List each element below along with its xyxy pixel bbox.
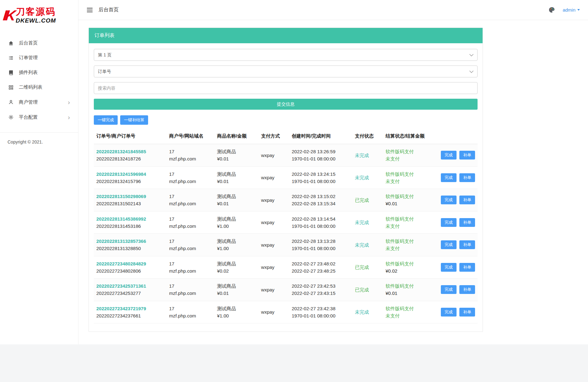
page-select[interactable]: 第 1 页 xyxy=(94,49,478,61)
supplement-button[interactable]: 补单 xyxy=(459,240,475,249)
product-cell: 测试商品 ¥0.01 xyxy=(215,279,259,301)
page-title: 后台首页 xyxy=(99,7,119,13)
bulk-settle-button[interactable]: 一键补结算 xyxy=(120,115,148,125)
row-actions-cell: 完成 补单 xyxy=(437,166,478,189)
pay-status: 已完成 xyxy=(355,287,369,292)
complete-button[interactable]: 完成 xyxy=(441,263,457,272)
complete-button[interactable]: 完成 xyxy=(441,218,457,227)
site-domain: mzf.php.com xyxy=(169,178,212,185)
completed-time: 1970-01-01 08:00:00 xyxy=(292,222,350,230)
settle-method: 软件版码支付 xyxy=(386,193,434,200)
table-row: 2022022813241845585 20220228132418726 17… xyxy=(94,144,478,167)
copyright-text: Copyright © 2021. xyxy=(0,133,78,151)
book-icon xyxy=(8,70,14,76)
product-amount: ¥1.00 xyxy=(217,222,256,230)
complete-button[interactable]: 完成 xyxy=(441,285,457,294)
complete-button[interactable]: 完成 xyxy=(441,308,457,317)
completed-time: 2022-02-28 13:15:34 xyxy=(292,200,350,207)
column-header: 支付状态 xyxy=(352,128,383,144)
chevron-right-icon: › xyxy=(68,99,70,105)
field-select-wrap: 订单号 xyxy=(94,65,478,77)
submit-button[interactable]: 提交信息 xyxy=(94,99,478,110)
theme-palette-icon[interactable] xyxy=(548,7,555,13)
settle-amount: ¥0.01 xyxy=(386,200,434,207)
pay-status-cell: 未完成 xyxy=(352,234,383,256)
bulk-complete-button[interactable]: 一键完成 xyxy=(94,115,118,125)
merchant-order-number: 20220227234237661 xyxy=(96,312,164,319)
settle-amount: ¥0.01 xyxy=(386,290,434,297)
merchant-icon xyxy=(8,99,14,105)
merchant-order-number: 20220228131502143 xyxy=(96,200,164,207)
complete-button[interactable]: 完成 xyxy=(441,151,457,160)
sidebar-item-qrcodes[interactable]: 二维码列表 xyxy=(0,80,78,95)
pay-method: wxpay xyxy=(259,234,289,256)
pay-status-cell: 未完成 xyxy=(352,166,383,189)
table-row: 2022022723425371361 20220227234253277 17… xyxy=(94,279,478,301)
order-number-link[interactable]: 2022022813145386992 xyxy=(96,215,146,222)
sidebar-item-orders[interactable]: 订单管理 xyxy=(0,50,78,65)
supplement-button[interactable]: 补单 xyxy=(459,196,475,204)
complete-button[interactable]: 完成 xyxy=(441,196,457,204)
supplement-button[interactable]: 补单 xyxy=(459,263,475,272)
sidebar-item-merchants[interactable]: 商户管理› xyxy=(0,95,78,110)
search-row xyxy=(94,82,478,94)
pay-status-cell: 未完成 xyxy=(352,144,383,167)
sidebar-item-plugins[interactable]: 插件列表 xyxy=(0,65,78,80)
pay-status-cell: 未完成 xyxy=(352,301,383,323)
sidebar: IK 刀客源码 DKEWL.COM 后台首页订单管理插件列表二维码列表商户管理›… xyxy=(0,0,78,344)
search-input[interactable] xyxy=(94,82,478,94)
user-menu[interactable]: admin xyxy=(563,7,580,13)
logo[interactable]: IK 刀客源码 DKEWL.COM xyxy=(0,0,78,31)
product-amount: ¥0.02 xyxy=(217,267,256,275)
complete-button[interactable]: 完成 xyxy=(441,173,457,182)
order-number-cell: 2022022813241596984 20220228132415796 xyxy=(94,166,167,189)
settle-cell: 软件版码支付 ¥0.01 xyxy=(383,279,437,301)
settle-amount: 未支付 xyxy=(386,245,434,252)
order-number-link[interactable]: 2022022723480284829 xyxy=(96,260,146,267)
settle-cell: 软件版码支付 ¥0.02 xyxy=(383,256,437,279)
completed-time: 2022-02-27 23:48:25 xyxy=(292,267,350,275)
site-domain: mzf.php.com xyxy=(169,222,212,230)
merchant-id: 17 xyxy=(169,305,212,312)
complete-button[interactable]: 完成 xyxy=(441,240,457,249)
supplement-button[interactable]: 补单 xyxy=(459,173,475,182)
settle-method: 软件版码支付 xyxy=(386,148,434,155)
hamburger-menu-icon[interactable] xyxy=(87,8,93,13)
settle-cell: 软件版码支付 未支付 xyxy=(383,234,437,256)
row-actions-cell: 完成 补单 xyxy=(437,279,478,301)
completed-time: 1970-01-01 08:00:00 xyxy=(292,245,350,252)
sidebar-item-platform[interactable]: 平台配置› xyxy=(0,110,78,125)
order-number-link[interactable]: 2022022723425371361 xyxy=(96,282,146,290)
supplement-button[interactable]: 补单 xyxy=(459,285,475,294)
merchant-order-number: 20220228131328850 xyxy=(96,245,164,252)
created-time: 2022-02-28 13:15:02 xyxy=(292,193,350,200)
settle-amount: 未支付 xyxy=(386,155,434,162)
settle-method: 软件版码支付 xyxy=(386,282,434,290)
order-number-link[interactable]: 2022022813150298069 xyxy=(96,193,146,200)
product-cell: 测试商品 ¥1.00 xyxy=(215,211,259,234)
sidebar-item-label: 二维码列表 xyxy=(19,84,70,90)
product-name: 测试商品 xyxy=(217,215,256,222)
merchant-order-number: 20220227234802806 xyxy=(96,267,164,275)
order-number-cell: 2022022723423721979 20220227234237661 xyxy=(94,301,167,323)
order-number-link[interactable]: 2022022813241845585 xyxy=(96,148,146,155)
supplement-button[interactable]: 补单 xyxy=(459,218,475,227)
merchant-cell: 17 mzf.php.com xyxy=(167,144,215,167)
sidebar-item-label: 后台首页 xyxy=(19,40,70,46)
search-field-select[interactable]: 订单号 xyxy=(94,65,478,77)
site-domain: mzf.php.com xyxy=(169,290,212,297)
product-name: 测试商品 xyxy=(217,238,256,245)
order-number-link[interactable]: 2022022813132857366 xyxy=(96,238,146,245)
order-number-link[interactable]: 2022022723423721979 xyxy=(96,305,146,312)
supplement-button[interactable]: 补单 xyxy=(459,308,475,317)
order-number-cell: 2022022723425371361 20220227234253277 xyxy=(94,279,167,301)
supplement-button[interactable]: 补单 xyxy=(459,151,475,160)
settle-cell: 软件版码支付 ¥0.01 xyxy=(383,189,437,212)
sidebar-menu: 后台首页订单管理插件列表二维码列表商户管理›平台配置› xyxy=(0,31,78,125)
merchant-cell: 17 mzf.php.com xyxy=(167,166,215,189)
merchant-id: 17 xyxy=(169,170,212,178)
pay-status: 未完成 xyxy=(355,220,369,225)
sidebar-item-home[interactable]: 后台首页 xyxy=(0,36,78,50)
order-number-link[interactable]: 2022022813241596984 xyxy=(96,170,146,178)
time-cell: 2022-02-28 13:14:54 1970-01-01 08:00:00 xyxy=(289,211,352,234)
